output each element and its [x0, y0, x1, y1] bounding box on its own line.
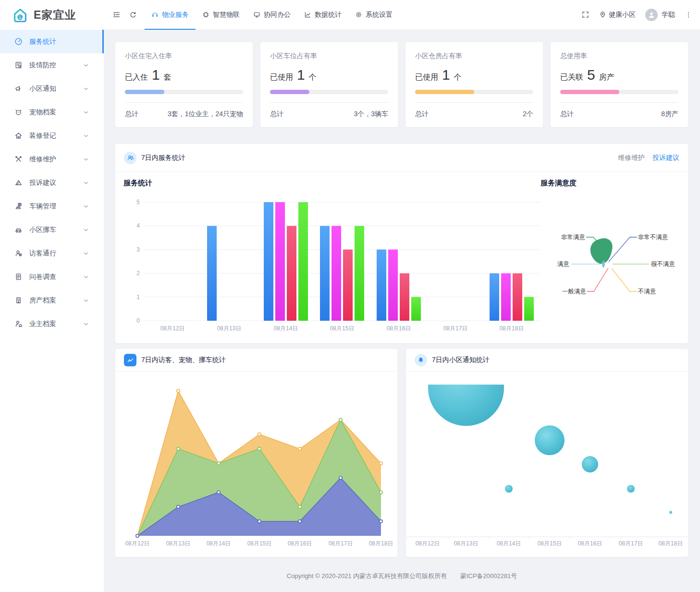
- data-point: [177, 447, 180, 450]
- tab-label: 物业服务: [162, 11, 189, 19]
- bar-series1: [377, 250, 386, 321]
- data-point: [380, 520, 382, 523]
- line-chart-icon: [124, 354, 136, 366]
- data-point: [339, 418, 342, 421]
- tab-4[interactable]: 系统设置: [348, 0, 399, 30]
- card-total-label: 总计: [125, 110, 138, 119]
- sidebar-item-7[interactable]: 车辆管理: [0, 194, 104, 218]
- copyright-text: Copyright © 2020-2021 内蒙古卓瓦科技有限公司版权所有: [287, 572, 447, 580]
- card-number: 5: [587, 67, 595, 83]
- bar-chart-title: 服务统计: [123, 179, 152, 188]
- visitor-area-chart: 08月12日08月13日08月14日08月15日08月16日08月17日08月1…: [115, 372, 397, 557]
- sidebar-item-label: 小区挪车: [29, 226, 83, 234]
- bar-series3: [343, 250, 353, 321]
- data-point: [298, 505, 301, 508]
- refresh-button[interactable]: [129, 11, 137, 19]
- kebab-menu-button[interactable]: [685, 11, 692, 19]
- y-axis-tick: 5: [136, 199, 140, 205]
- tab-3[interactable]: 数据统计: [297, 0, 348, 30]
- chevron-down-icon: [83, 203, 96, 210]
- card-title: 小区住宅入住率: [125, 52, 243, 60]
- sidebar-item-10[interactable]: 问卷调查: [0, 265, 104, 289]
- card-progress-track: [415, 90, 533, 94]
- card-footer: 总计8房产: [560, 102, 678, 119]
- car-icon: [14, 226, 23, 234]
- chevron-down-icon: [83, 250, 89, 257]
- notice-stats-panel: 7日内小区通知统计 08月12日08月13日08月14日08月15日08月16日…: [406, 349, 688, 557]
- card-total-label: 总计: [415, 110, 429, 119]
- sidebar-item-0[interactable]: 服务统计: [0, 30, 104, 53]
- sidebar-item-6[interactable]: 投诉建议: [0, 171, 104, 194]
- service-stats-panel: 7日内服务统计 维修维护 投诉建议 服务统计 服务满意度 01234508月12…: [115, 144, 688, 343]
- chevron-down-icon: [83, 274, 96, 280]
- card-progress-fill: [560, 90, 619, 94]
- tab-0[interactable]: 物业服务: [145, 0, 196, 30]
- tab-label: 协同办公: [264, 11, 291, 19]
- card-progress-fill: [415, 90, 474, 94]
- notice-bubble-chart: 08月12日08月13日08月14日08月15日08月16日08月17日08月1…: [406, 372, 688, 557]
- card-footer: 总计3套，1位业主，24只宠物: [125, 102, 243, 119]
- data-point: [380, 491, 382, 494]
- satisfaction-pie-chart: 非常满意非常不满意满意很不满意一般满意不满意: [540, 191, 685, 335]
- sidebar-item-8[interactable]: 小区挪车: [0, 218, 104, 242]
- headset-icon: [151, 11, 159, 18]
- bar-series1: [264, 202, 273, 321]
- x-axis-tick: 08月18日: [369, 540, 393, 547]
- sidebar-item-label: 问卷调查: [29, 273, 83, 281]
- bar-series4: [411, 297, 421, 321]
- sidebar-item-1[interactable]: 疫情防控: [0, 53, 104, 77]
- fullscreen-button[interactable]: [581, 11, 589, 19]
- visitor-panel-title: 7日内访客、宠物、挪车统计: [141, 356, 226, 364]
- x-axis-tick: 08月15日: [330, 325, 355, 332]
- sidebar-item-9[interactable]: 访客通行: [0, 242, 104, 265]
- card-title: 总使用率: [560, 52, 678, 60]
- parking-icon: [14, 202, 23, 210]
- stat-card-3: 总使用率已关联5房产总计8房产: [551, 42, 688, 127]
- sidebar-item-12[interactable]: 业主档案: [0, 312, 104, 336]
- card-unit: 房产: [599, 72, 614, 83]
- pie-label: 不满意: [638, 288, 656, 295]
- location-pin-icon: [599, 11, 606, 18]
- monitor-icon: [253, 11, 260, 18]
- bar-series3: [400, 273, 409, 321]
- sidebar-item-5[interactable]: 维修维护: [0, 147, 104, 171]
- card-main-value: 已使用1个: [415, 67, 533, 83]
- y-axis-tick: 4: [136, 222, 140, 229]
- sidebar-item-2[interactable]: 小区通知: [0, 77, 104, 100]
- epidemic-icon: [14, 61, 23, 69]
- sidebar-item-11[interactable]: 房产档案: [0, 289, 104, 312]
- tab-2[interactable]: 协同办公: [246, 0, 297, 30]
- pie-label: 一般满意: [562, 288, 587, 295]
- bar-series4: [355, 226, 364, 321]
- pie-label-line: [587, 268, 608, 291]
- topbar: 物业服务智慧物联协同办公数据统计系统设置 健康小区 学聪: [104, 0, 700, 30]
- sidebar-item-label: 服务统计: [29, 37, 96, 46]
- sidebar-item-label: 业主档案: [29, 320, 83, 328]
- tab-1[interactable]: 智慧物联: [196, 0, 246, 30]
- pie-label: 非常满意: [561, 234, 586, 241]
- sidebar-item-label: 房产档案: [29, 296, 83, 305]
- sidebar-item-label: 小区通知: [29, 85, 83, 93]
- chevron-down-icon: [83, 180, 89, 186]
- icp-text: 蒙ICP备20002281号: [460, 572, 517, 580]
- data-point: [136, 534, 139, 537]
- sidebar-item-3[interactable]: 宠物档案: [0, 100, 104, 124]
- footer: Copyright © 2020-2021 内蒙古卓瓦科技有限公司版权所有 蒙I…: [104, 572, 700, 580]
- service-panel-header: 7日内服务统计 维修维护 投诉建议: [115, 144, 688, 172]
- data-point: [380, 462, 382, 465]
- link-complaint[interactable]: 投诉建议: [652, 154, 679, 162]
- user-menu[interactable]: 学聪: [645, 9, 675, 21]
- collapse-sidebar-button[interactable]: [112, 11, 121, 19]
- card-total-value: 8房产: [661, 110, 678, 119]
- chevron-down-icon: [83, 203, 89, 210]
- chevron-down-icon: [83, 156, 96, 163]
- community-selector[interactable]: 健康小区: [599, 11, 636, 19]
- sidebar-item-label: 访客通行: [29, 249, 83, 258]
- sidebar-item-4[interactable]: 装修登记: [0, 124, 104, 147]
- bar-series2: [332, 226, 341, 321]
- card-number: 1: [152, 67, 160, 83]
- notice-panel-title: 7日内小区通知统计: [432, 356, 490, 364]
- pie-label-line: [612, 268, 637, 291]
- link-maintenance[interactable]: 维修维护: [618, 154, 645, 162]
- logo[interactable]: E家宜业: [0, 0, 104, 30]
